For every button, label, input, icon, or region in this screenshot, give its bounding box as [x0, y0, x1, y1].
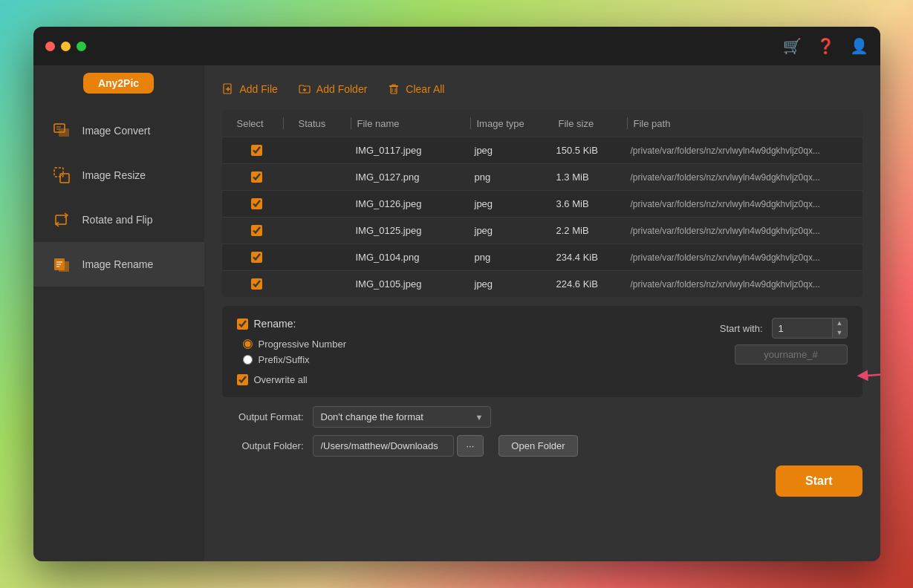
row-type-3: jpeg: [469, 225, 550, 236]
row-type-5: jpeg: [469, 278, 550, 290]
svg-rect-1: [59, 128, 69, 137]
folder-input-wrap: ···: [313, 435, 484, 457]
minimize-button[interactable]: [61, 42, 71, 51]
table-row: IMG_0125.jpeg jpeg 2.2 MiB /private/var/…: [222, 217, 862, 244]
sidebar-item-rotate-flip[interactable]: Rotate and Flip: [33, 197, 204, 242]
row-path-0: /private/var/folders/nz/xrvlwyln4w9dgkhv…: [625, 146, 854, 156]
content-area: Any2Pic Image Convert: [33, 65, 880, 561]
prefix-suffix-radio[interactable]: [243, 355, 253, 365]
maximize-button[interactable]: [77, 42, 86, 51]
prefix-suffix-option[interactable]: Prefix/Suffix: [243, 354, 347, 365]
format-row: Output Format: Don't change the formatJP…: [222, 406, 862, 428]
overwrite-label[interactable]: Overwrite all: [254, 374, 308, 385]
rename-label[interactable]: Rename:: [254, 318, 296, 330]
clear-all-icon: [388, 83, 400, 95]
progressive-number-option[interactable]: Progressive Number: [243, 339, 347, 350]
header-filename: File name: [351, 117, 470, 129]
open-folder-button[interactable]: Open Folder: [498, 435, 577, 457]
row-checkbox-4[interactable]: [251, 252, 262, 263]
start-with-spinner: ▲ ▼: [772, 318, 848, 339]
start-with-input[interactable]: [773, 320, 832, 337]
sidebar-item-image-convert[interactable]: Image Convert: [33, 108, 204, 153]
row-checkbox-cell: [231, 278, 283, 290]
cart-icon[interactable]: 🛒: [783, 37, 802, 55]
row-checkbox-5[interactable]: [251, 278, 262, 290]
row-checkbox-cell: [231, 145, 283, 156]
user-icon[interactable]: 👤: [850, 37, 868, 55]
spinner-arrows: ▲ ▼: [832, 318, 847, 338]
table-row: IMG_0104.png png 234.4 KiB /private/var/…: [222, 244, 862, 270]
start-with-row: Start with: ▲ ▼: [720, 318, 848, 339]
spinner-down[interactable]: ▼: [833, 328, 847, 338]
row-type-0: jpeg: [469, 145, 550, 156]
format-label: Output Format:: [222, 411, 304, 422]
rename-right: Start with: ▲ ▼: [720, 318, 848, 365]
sidebar-item-image-resize[interactable]: Image Resize: [33, 153, 204, 197]
start-with-label: Start with:: [720, 323, 763, 334]
sidebar-item-image-resize-label: Image Resize: [82, 169, 146, 181]
table-body: IMG_0117.jpeg jpeg 150.5 KiB /private/va…: [222, 137, 862, 297]
folder-path-input[interactable]: [313, 435, 454, 457]
row-path-2: /private/var/folders/nz/xrvlwyln4w9dgkhv…: [625, 199, 854, 209]
table-header: Select Status File name Image type File …: [222, 110, 862, 137]
row-checkbox-cell: [231, 252, 283, 263]
image-resize-icon: [51, 165, 72, 186]
main-window: 🛒 ❓ 👤 Any2Pic Image Convert: [33, 27, 880, 561]
row-size-0: 150.5 KiB: [550, 145, 625, 156]
titlebar-actions: 🛒 ❓ 👤: [783, 37, 868, 55]
svg-rect-6: [59, 261, 69, 272]
spinner-up[interactable]: ▲: [833, 318, 847, 328]
close-button[interactable]: [45, 42, 55, 51]
row-checkbox-0[interactable]: [251, 145, 262, 156]
row-filename-4: IMG_0104.png: [350, 252, 469, 263]
options-panel: Rename: Progressive Number Prefix/Suffix: [222, 306, 862, 397]
row-filename-5: IMG_0105.jpeg: [350, 278, 469, 290]
table-row: IMG_0117.jpeg jpeg 150.5 KiB /private/va…: [222, 137, 862, 163]
header-filepath: File path: [628, 117, 854, 129]
row-type-4: png: [469, 252, 550, 263]
add-file-label: Add File: [240, 83, 278, 95]
header-status: Status: [284, 117, 351, 129]
add-folder-icon: [299, 83, 311, 95]
row-path-1: /private/var/folders/nz/xrvlwyln4w9dgkhv…: [625, 172, 854, 183]
rename-checkbox[interactable]: [237, 318, 248, 330]
header-imagetype: Image type: [471, 117, 553, 129]
yourname-input[interactable]: [735, 344, 848, 365]
table-row: IMG_0126.jpeg jpeg 3.6 MiB /private/var/…: [222, 190, 862, 217]
progressive-number-radio[interactable]: [243, 339, 253, 349]
row-checkbox-cell: [231, 198, 283, 209]
row-checkbox-cell: [231, 172, 283, 183]
add-folder-button[interactable]: Add Folder: [299, 80, 367, 98]
row-checkbox-1[interactable]: [251, 172, 262, 183]
bottom-bar: Start: [222, 466, 862, 497]
overwrite-row: Overwrite all: [237, 374, 848, 385]
sidebar-item-image-rename[interactable]: Image Rename: [33, 242, 204, 287]
rename-row: Rename: Progressive Number Prefix/Suffix: [237, 318, 848, 365]
add-file-button[interactable]: Add File: [222, 80, 278, 98]
row-filename-1: IMG_0127.png: [350, 172, 469, 183]
overwrite-checkbox[interactable]: [237, 374, 248, 385]
row-checkbox-3[interactable]: [251, 225, 262, 236]
folder-browse-button[interactable]: ···: [457, 435, 484, 457]
sidebar-item-rotate-flip-label: Rotate and Flip: [82, 214, 153, 226]
file-table: Select Status File name Image type File …: [222, 110, 862, 297]
folder-label: Output Folder:: [222, 440, 304, 451]
row-size-1: 1.3 MiB: [550, 172, 625, 183]
titlebar: 🛒 ❓ 👤: [33, 27, 880, 65]
header-filesize: File size: [553, 117, 627, 129]
prefix-suffix-label: Prefix/Suffix: [259, 354, 310, 365]
clear-all-button[interactable]: Clear All: [388, 80, 444, 98]
image-convert-icon: [51, 120, 72, 141]
help-icon[interactable]: ❓: [816, 37, 835, 55]
start-button[interactable]: Start: [776, 466, 862, 497]
add-folder-label: Add Folder: [316, 83, 367, 95]
format-select[interactable]: Don't change the formatJPEGPNGBMPTIFFWEB…: [313, 406, 491, 428]
clear-all-label: Clear All: [406, 83, 444, 95]
row-size-2: 3.6 MiB: [550, 198, 625, 209]
rotate-flip-icon: [51, 209, 72, 230]
row-filename-3: IMG_0125.jpeg: [350, 225, 469, 236]
table-row: IMG_0127.png png 1.3 MiB /private/var/fo…: [222, 163, 862, 190]
row-checkbox-2[interactable]: [251, 198, 262, 209]
brand-logo: Any2Pic: [83, 73, 154, 94]
row-size-3: 2.2 MiB: [550, 225, 625, 236]
